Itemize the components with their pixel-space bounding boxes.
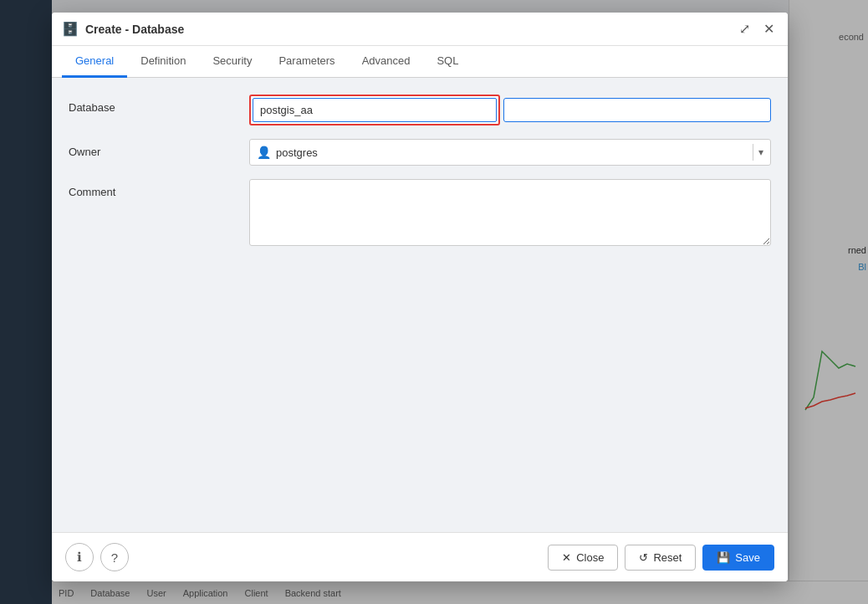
comment-field-wrap: [249, 179, 771, 248]
modal-header-actions: ⤢ ✕: [736, 19, 778, 38]
modal-body: Database Owner 👤 postgres: [52, 78, 788, 532]
modal-overlay: 🗄️ Create - Database ⤢ ✕ General Definit…: [0, 0, 868, 604]
comment-textarea[interactable]: [249, 179, 771, 246]
reset-label: Reset: [653, 551, 682, 564]
modal-title-row: 🗄️ Create - Database: [62, 21, 184, 37]
close-button[interactable]: ✕ Close: [548, 545, 618, 571]
tab-general-label: General: [75, 54, 114, 67]
tab-advanced-label: Advanced: [362, 54, 411, 67]
database-input-container: [249, 95, 500, 125]
footer-left: ℹ ?: [65, 543, 129, 571]
help-button[interactable]: ?: [100, 543, 129, 571]
owner-form-row: Owner 👤 postgres ▾: [69, 139, 771, 166]
database-form-row: Database: [69, 95, 771, 125]
comment-label: Comment: [69, 179, 236, 198]
modal-tabs: General Definition Security Parameters A…: [52, 46, 788, 78]
comment-form-row: Comment: [69, 179, 771, 248]
tab-parameters-label: Parameters: [278, 54, 334, 67]
tab-definition[interactable]: Definition: [127, 46, 199, 78]
info-icon: ℹ: [77, 550, 82, 565]
help-icon: ?: [111, 550, 118, 565]
tab-advanced[interactable]: Advanced: [349, 46, 424, 78]
info-button[interactable]: ℹ: [65, 543, 94, 571]
owner-label: Owner: [69, 139, 236, 158]
owner-user-icon: 👤: [257, 146, 271, 159]
save-icon: 💾: [717, 551, 730, 564]
save-label: Save: [735, 551, 760, 564]
database-label: Database: [69, 95, 236, 114]
owner-select[interactable]: 👤 postgres ▾: [249, 139, 771, 166]
create-database-modal: 🗄️ Create - Database ⤢ ✕ General Definit…: [52, 13, 788, 581]
tab-definition-label: Definition: [140, 54, 186, 67]
database-input[interactable]: [253, 98, 497, 122]
close-icon: ✕: [562, 551, 571, 564]
close-header-button[interactable]: ✕: [760, 19, 778, 38]
tab-sql[interactable]: SQL: [423, 46, 472, 78]
owner-divider: [753, 144, 753, 161]
tab-security[interactable]: Security: [199, 46, 265, 78]
modal-title: Create - Database: [85, 23, 184, 36]
expand-icon: ⤢: [739, 22, 750, 36]
database-second-input[interactable]: [503, 98, 771, 122]
modal-footer: ℹ ? ✕ Close ↺ Reset 💾 Save: [52, 532, 788, 581]
owner-field-wrap: 👤 postgres ▾: [249, 139, 771, 166]
owner-chevron-down-icon: ▾: [758, 146, 763, 158]
tab-security-label: Security: [212, 54, 252, 67]
database-icon: 🗄️: [62, 21, 79, 37]
reset-button[interactable]: ↺ Reset: [625, 545, 696, 571]
expand-button[interactable]: ⤢: [736, 19, 753, 38]
tab-parameters[interactable]: Parameters: [265, 46, 348, 78]
footer-right: ✕ Close ↺ Reset 💾 Save: [548, 545, 774, 571]
owner-value: postgres: [276, 146, 318, 159]
reset-icon: ↺: [639, 551, 648, 564]
tab-sql-label: SQL: [437, 54, 458, 67]
save-button[interactable]: 💾 Save: [702, 545, 774, 571]
tab-general[interactable]: General: [62, 46, 127, 78]
modal-header: 🗄️ Create - Database ⤢ ✕: [52, 13, 788, 46]
database-field-wrap: [249, 95, 771, 125]
close-label: Close: [576, 551, 604, 564]
close-header-icon: ✕: [763, 22, 774, 36]
owner-select-inner: 👤 postgres: [257, 146, 748, 159]
